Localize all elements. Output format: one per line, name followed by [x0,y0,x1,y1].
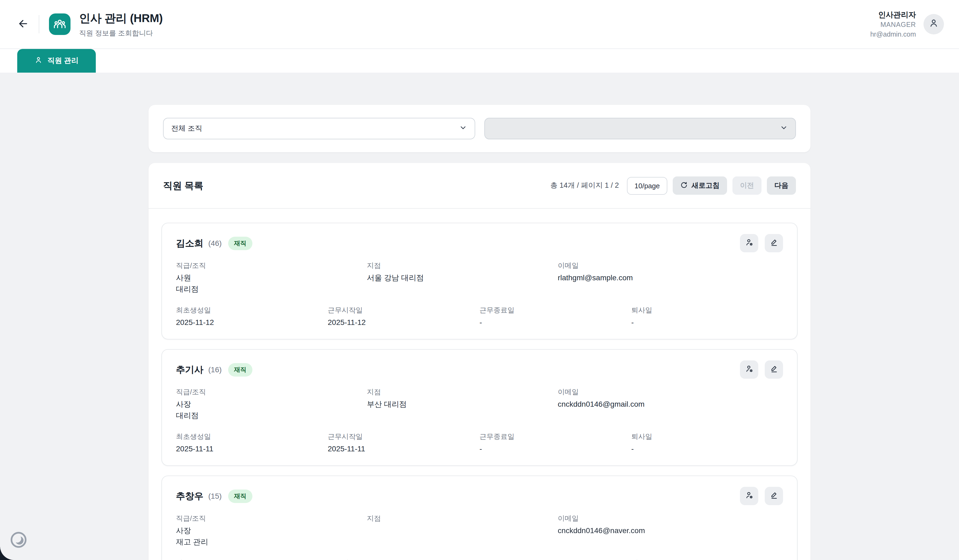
person-icon [35,56,43,66]
user-gear-icon [744,364,754,375]
next-page-button[interactable]: 다음 [767,177,796,195]
assign-role-button[interactable] [740,487,758,505]
tab-label: 직원 관리 [47,56,78,66]
chevron-down-icon [780,124,788,134]
field-email: 이메일 rlathgml@sample.com [558,261,783,295]
edit-employee-button[interactable] [765,360,783,379]
people-group-icon [49,13,70,35]
page-size-value: 10/page [634,181,660,189]
field-work-start: 근무시작일 [328,558,480,560]
employee-number: (46) [208,239,222,247]
user-meta: 인사관리자 MANAGER hr@admin.com [870,10,916,38]
list-header: 직원 목록 총 14개 / 페이지 1 / 2 10/page 새로 [148,163,811,208]
user-avatar[interactable] [924,14,944,34]
prev-page-button[interactable]: 이전 [733,177,761,195]
user-email: hr@admin.com [870,30,916,39]
refresh-label: 새로고침 [691,181,720,191]
pencil-underline-icon [769,491,779,501]
edit-employee-button[interactable] [765,487,783,505]
user-name: 인사관리자 [870,10,916,19]
tab-employee-management[interactable]: 직원 관리 [17,49,96,73]
filter-panel: 전체 조직 [148,105,811,152]
status-badge: 재직 [228,363,252,376]
employee-info-grid: 직급/조직 사원 대리점 지점 서울 강남 대리점 이메일 rlathgml@s… [176,261,783,295]
employee-card: 추기사 (16) 재직 [161,349,798,466]
employee-card: 김소희 (46) 재직 [161,223,798,339]
main-content: 전체 조직 직원 목록 총 14개 / 페이지 1 / 2 10/page [148,105,811,560]
list-title: 직원 목록 [163,179,204,192]
pencil-underline-icon [769,238,779,248]
field-branch: 지점 서울 강남 대리점 [367,261,558,295]
employee-cards: 김소희 (46) 재직 [148,209,811,560]
employee-name: 추창우 [176,490,204,502]
header-titles: 인사 관리 (HRM) 직원 정보를 조회합니다 [79,11,163,38]
chevron-down-icon [459,124,467,134]
assign-role-button[interactable] [740,234,758,252]
tab-bar: 직원 관리 [0,49,959,73]
field-work-end: 근무종료일 - [480,305,631,328]
page-subtitle: 직원 정보를 조회합니다 [79,28,163,38]
field-email: 이메일 cnckddn0146@naver.com [558,514,783,547]
employee-dates-grid: 최초생성일 2025-11-11 근무시작일 2025-11-11 근무종료일 … [176,432,783,455]
employee-card-header: 추창우 (15) 재직 [176,487,783,505]
employee-number: (16) [208,365,222,374]
employee-info-grid: 직급/조직 사장 대리점 지점 부산 대리점 이메일 cnckddn0146@g… [176,387,783,421]
field-position-org: 직급/조직 사원 대리점 [176,261,367,295]
field-position-org: 직급/조직 사장 대리점 [176,387,367,421]
employee-list-panel: 직원 목록 총 14개 / 페이지 1 / 2 10/page 새로 [148,163,811,560]
status-badge: 재직 [228,489,252,503]
field-created: 최초생성일 [176,558,328,560]
field-resign: 퇴사일 [631,558,783,560]
refresh-icon [680,181,688,190]
person-icon [928,18,939,31]
employee-card-header: 추기사 (16) 재직 [176,360,783,379]
employee-dates-grid: 최초생성일 근무시작일 근무종료일 퇴사일 [176,558,783,560]
pencil-underline-icon [769,364,779,375]
employee-name: 김소희 [176,237,204,249]
assign-role-button[interactable] [740,360,758,379]
employee-name: 추기사 [176,363,204,376]
field-created: 최초생성일 2025-11-12 [176,305,328,328]
field-work-start: 근무시작일 2025-11-11 [328,432,480,455]
header-divider [39,15,39,33]
user-gear-icon [744,491,754,501]
field-resign: 퇴사일 - [631,432,783,455]
field-work-end: 근무종료일 [480,558,631,560]
field-resign: 퇴사일 - [631,305,783,328]
field-created: 최초생성일 2025-11-11 [176,432,328,455]
employee-number: (15) [208,492,222,500]
pagination-summary: 총 14개 / 페이지 1 / 2 [550,181,619,191]
list-controls: 총 14개 / 페이지 1 / 2 10/page 새로고침 이 [550,177,796,195]
hrm-app: 인사 관리 (HRM) 직원 정보를 조회합니다 인사관리자 MANAGER h… [0,0,959,560]
dark-mode-toggle[interactable] [10,531,27,548]
field-branch: 지점 [367,514,558,547]
app-header: 인사 관리 (HRM) 직원 정보를 조회합니다 인사관리자 MANAGER h… [0,0,959,49]
field-work-end: 근무종료일 - [480,432,631,455]
employee-card-header: 김소희 (46) 재직 [176,234,783,252]
page-title: 인사 관리 (HRM) [79,11,163,25]
field-work-start: 근무시작일 2025-11-12 [328,305,480,328]
field-email: 이메일 cnckddn0146@gmail.com [558,387,783,421]
back-button[interactable] [15,16,31,32]
field-branch: 지점 부산 대리점 [367,387,558,421]
employee-card: 추창우 (15) 재직 [161,476,798,560]
org-select-value: 전체 조직 [171,124,202,134]
user-role: MANAGER [870,21,916,30]
employee-info-grid: 직급/조직 사장 재고 관리 지점 이메일 cnckddn0146@naver.… [176,514,783,547]
page-size-select[interactable]: 10/page [627,177,667,194]
user-gear-icon [744,238,754,248]
field-position-org: 직급/조직 사장 재고 관리 [176,514,367,547]
org-select[interactable]: 전체 조직 [163,118,475,139]
employee-dates-grid: 최초생성일 2025-11-12 근무시작일 2025-11-12 근무종료일 … [176,305,783,328]
status-badge: 재직 [228,236,252,250]
arrow-left-icon [17,18,29,31]
edit-employee-button[interactable] [765,234,783,252]
refresh-button[interactable]: 새로고침 [673,177,727,195]
branch-select[interactable] [484,118,796,139]
moon-icon [10,531,27,548]
